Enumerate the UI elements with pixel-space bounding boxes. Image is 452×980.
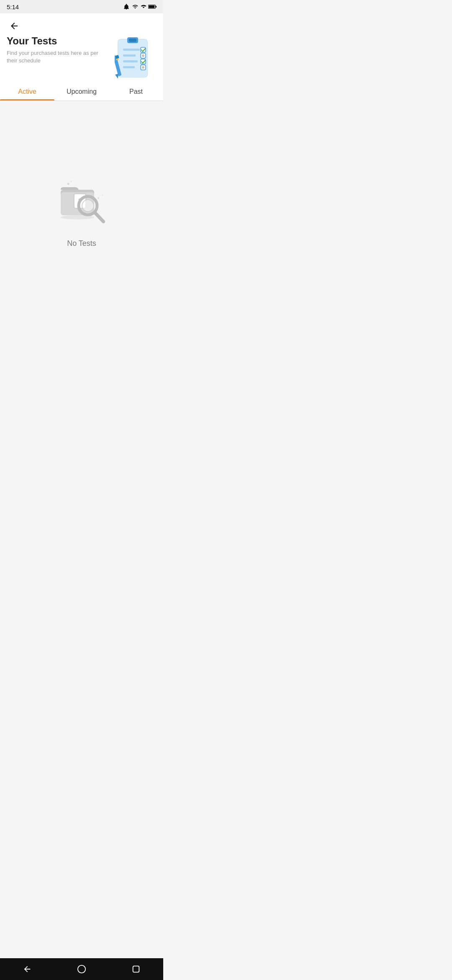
svg-point-21 xyxy=(67,183,69,185)
status-time: 5:14 xyxy=(7,3,19,10)
signal-icon xyxy=(141,4,146,10)
no-tests-label: No Tests xyxy=(67,239,96,248)
back-arrow-icon xyxy=(9,21,19,31)
svg-point-23 xyxy=(98,197,99,199)
notification-icon xyxy=(123,3,130,10)
wifi-icon xyxy=(131,4,139,10)
tab-upcoming[interactable]: Upcoming xyxy=(54,81,109,101)
svg-point-16 xyxy=(142,66,144,69)
svg-line-32 xyxy=(95,213,103,222)
empty-state-illustration: ? xyxy=(48,172,115,231)
header-text-block: Your Tests Find your purchased tests her… xyxy=(7,35,115,64)
header: Your Tests Find your purchased tests her… xyxy=(0,13,163,81)
svg-rect-7 xyxy=(123,49,140,51)
empty-state: ? No Tests xyxy=(48,172,115,248)
svg-rect-6 xyxy=(129,39,136,42)
status-icons xyxy=(123,3,157,10)
tab-active[interactable]: Active xyxy=(0,81,54,101)
battery-icon xyxy=(148,4,157,9)
svg-rect-9 xyxy=(123,60,138,62)
header-illustration xyxy=(115,35,157,81)
svg-point-22 xyxy=(71,181,72,182)
svg-point-31 xyxy=(82,200,94,211)
tabs-container: Active Upcoming Past xyxy=(0,81,163,101)
tab-past[interactable]: Past xyxy=(109,81,163,101)
content-area: ? No Tests xyxy=(0,101,163,319)
header-content: Your Tests Find your purchased tests her… xyxy=(7,35,157,81)
page-title: Your Tests xyxy=(7,35,110,47)
svg-point-24 xyxy=(102,194,103,196)
status-bar: 5:14 xyxy=(0,0,163,13)
svg-point-33 xyxy=(61,215,94,219)
page-subtitle: Find your purchased tests here as per th… xyxy=(7,49,110,64)
checklist-illustration-svg xyxy=(115,35,157,81)
svg-rect-1 xyxy=(149,5,154,8)
svg-rect-10 xyxy=(123,66,135,68)
back-button[interactable] xyxy=(7,18,22,34)
svg-rect-8 xyxy=(123,54,136,57)
svg-point-13 xyxy=(142,54,144,57)
svg-rect-2 xyxy=(156,6,157,8)
